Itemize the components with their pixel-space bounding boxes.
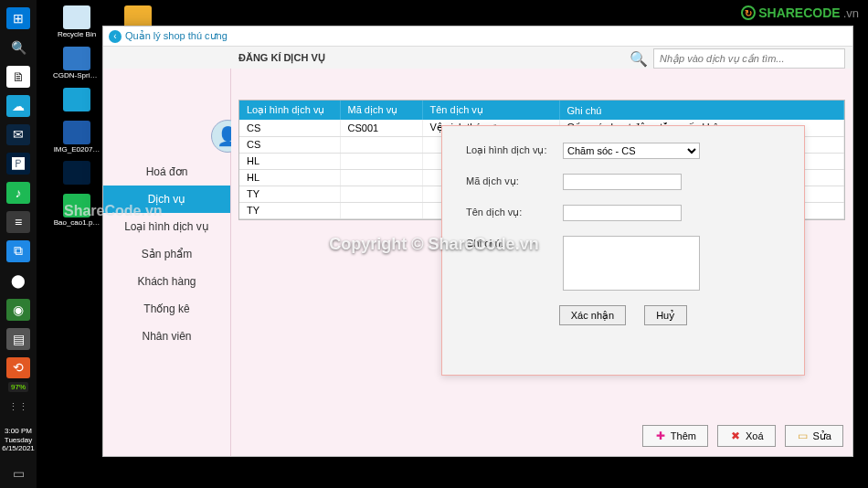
desktop-icons: Recycle Bin CGDN-Sprin… IMG_E0207… Bao_c… <box>53 5 108 235</box>
col-note[interactable]: Ghi chú <box>559 101 844 120</box>
col-name[interactable]: Tên dịch vụ <box>422 101 559 120</box>
table-cell: CS <box>239 120 340 136</box>
table-cell <box>340 169 422 186</box>
sidebar-item-loaihinh[interactable]: Loại hình dịch vụ <box>103 213 230 240</box>
taskbar-app[interactable]: ⬤ <box>6 270 30 292</box>
desktop-icon[interactable] <box>53 88 101 113</box>
col-code[interactable]: Mã dịch vụ <box>340 101 422 120</box>
desktop-icon[interactable]: Bao_cao1.p… <box>53 194 101 228</box>
search-wrap: 🔍 <box>630 48 845 69</box>
edit-icon: ▭ <box>797 430 810 442</box>
form-input-name[interactable] <box>563 205 682 221</box>
main-content: 🔍 Loại hình dịch vụ Mã dịch vụ Tên dịch … <box>231 69 852 456</box>
table-cell: HL <box>239 169 340 186</box>
form-textarea-note[interactable] <box>563 236 700 291</box>
taskbar-clock: 3:00 PM Tuesday 6/15/2021 <box>2 427 35 453</box>
form-label-type: Loại hình dịch vụ: <box>466 143 563 156</box>
window-titlebar: ‹ Quản lý shop thú cưng <box>103 27 852 47</box>
plus-icon: ✚ <box>654 430 667 442</box>
confirm-button[interactable]: Xác nhận <box>559 305 626 325</box>
sidebar-item-thongke[interactable]: Thống kê <box>103 295 230 323</box>
taskbar-notifications-icon[interactable]: ▭ <box>6 462 30 484</box>
taskbar-app[interactable]: ▤ <box>6 328 30 350</box>
page-title: ĐĂNG KÍ DỊCH VỤ <box>238 52 325 64</box>
table-cell: CS <box>239 136 340 153</box>
taskbar-search-icon[interactable]: 🔍 <box>6 37 30 58</box>
form-label-name: Tên dịch vụ: <box>466 205 563 218</box>
back-icon[interactable]: ‹ <box>109 30 122 43</box>
battery-indicator: 97% <box>8 382 28 392</box>
taskbar-app[interactable]: ☁ <box>6 95 30 117</box>
table-cell: CS001 <box>340 120 422 136</box>
form-input-code[interactable] <box>563 174 682 190</box>
app-window: ‹ Quản lý shop thú cưng ĐĂNG KÍ DỊCH VỤ … <box>102 26 853 457</box>
delete-button[interactable]: ✖Xoá <box>717 425 776 447</box>
cancel-button[interactable]: Huỷ <box>644 305 687 325</box>
desktop-icon[interactable] <box>53 161 101 186</box>
table-cell <box>340 136 422 153</box>
sidebar-menu: Hoá đơn Dịch vụ Loại hình dịch vụ Sản ph… <box>103 158 230 350</box>
col-type[interactable]: Loại hình dịch vụ <box>239 101 340 120</box>
action-bar: ✚Thêm ✖Xoá ▭Sửa <box>642 425 843 447</box>
table-cell <box>340 202 422 218</box>
form-label-code: Mã dịch vụ: <box>466 174 563 187</box>
table-cell <box>340 186 422 202</box>
x-icon: ✖ <box>729 430 742 442</box>
search-input[interactable] <box>653 48 845 69</box>
sidebar-item-hoadon[interactable]: Hoá đơn <box>103 158 230 186</box>
search-icon[interactable]: 🔍 <box>630 50 648 68</box>
desktop-icon[interactable]: IMG_E0207… <box>53 121 101 154</box>
add-service-dialog: Loại hình dịch vụ: Chăm sóc - CS Mã dịch… <box>441 125 805 376</box>
sidebar-item-khachhang[interactable]: Khách hàng <box>103 268 230 295</box>
add-button[interactable]: ✚Thêm <box>642 425 708 447</box>
taskbar-app[interactable]: ◉ <box>6 299 30 321</box>
desktop-icon-recycle-bin[interactable]: Recycle Bin <box>53 5 101 39</box>
taskbar-app[interactable]: ✉ <box>6 124 30 146</box>
desktop-icon[interactable]: CGDN-Sprin… <box>53 47 101 80</box>
table-cell: TY <box>239 202 340 218</box>
table-cell <box>340 153 422 169</box>
taskbar-app[interactable]: 🗎 <box>6 66 30 88</box>
table-cell: TY <box>239 186 340 202</box>
table-cell: HL <box>239 153 340 169</box>
wifi-icon[interactable]: ⋮⋮ <box>6 396 30 418</box>
taskbar-app[interactable]: ≡ <box>6 211 30 233</box>
window-title: Quản lý shop thú cưng <box>125 30 228 42</box>
taskbar-app[interactable]: ⧉ <box>6 240 30 262</box>
taskbar-app[interactable]: ♪ <box>6 182 30 204</box>
sidebar: Hoá đơn Dịch vụ Loại hình dịch vụ Sản ph… <box>103 69 231 456</box>
sidebar-item-sanpham[interactable]: Sản phẩm <box>103 240 230 268</box>
edit-button[interactable]: ▭Sửa <box>785 425 843 447</box>
taskbar-app[interactable]: 🅿 <box>6 153 30 175</box>
form-label-note: Ghi chú: <box>466 236 563 249</box>
taskbar-app[interactable]: ⟲ <box>6 357 30 379</box>
os-taskbar: ⊞ 🔍 🗎 ☁ ✉ 🅿 ♪ ≡ ⧉ ⬤ ◉ ▤ ⟲ 97% ⋮⋮ 3:00 PM… <box>0 0 37 488</box>
form-select-type[interactable]: Chăm sóc - CS <box>563 143 700 159</box>
start-button[interactable]: ⊞ <box>6 7 30 29</box>
watermark-logo: ↻SHARECODE.vn <box>741 5 859 20</box>
sidebar-item-dichvu[interactable]: Dịch vụ <box>103 186 230 213</box>
sidebar-item-nhanvien[interactable]: Nhân viên <box>103 323 230 350</box>
